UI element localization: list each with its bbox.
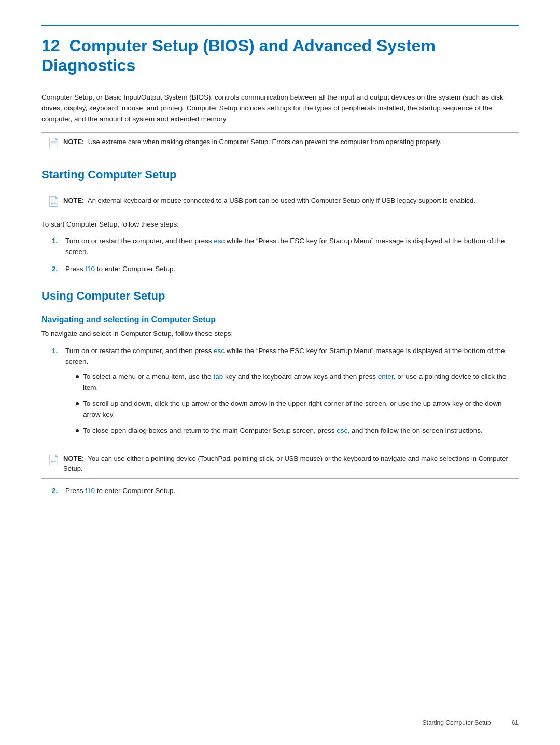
page-container: 12 Computer Setup (BIOS) and Advanced Sy…: [0, 0, 560, 544]
starting-note: 📄 NOTE: An external keyboard or mouse co…: [41, 191, 519, 212]
nav-bullet-3: To close open dialog boxes and return to…: [76, 426, 519, 437]
nav-bullet-2: To scroll up and down, click the up arro…: [76, 399, 519, 420]
starting-intro: To start Computer Setup, follow these st…: [41, 219, 519, 230]
starting-step-1: 1. Turn on or restart the computer, and …: [52, 236, 519, 258]
footer-page-number: 61: [512, 719, 519, 726]
navigating-step2-list: 2. Press f10 to enter Computer Setup.: [52, 486, 519, 497]
step-number-2: 2.: [52, 264, 61, 275]
navigating-step-1: 1. Turn on or restart the computer, and …: [52, 346, 519, 441]
footer-section-label: Starting Computer Setup: [423, 719, 491, 726]
section-using-heading: Using Computer Setup: [41, 289, 519, 305]
nav-step-content-1: Turn on or restart the computer, and the…: [65, 346, 519, 441]
key-f10-nav: f10: [85, 487, 95, 495]
note-icon: 📄: [48, 137, 59, 149]
chapter-title: 12 Computer Setup (BIOS) and Advanced Sy…: [41, 36, 519, 76]
key-tab: tab: [213, 373, 223, 381]
key-enter: enter: [378, 373, 394, 381]
nav-bullet-1: To select a menu or a menu item, use the…: [76, 372, 519, 393]
key-esc-nav: esc: [214, 347, 225, 355]
key-f10-1: f10: [85, 265, 95, 273]
bullet-dot-1: [76, 375, 79, 378]
nav-step-number-1: 1.: [52, 346, 61, 357]
bullet-dot-2: [76, 402, 79, 405]
step-content-1: Turn on or restart the computer, and the…: [65, 236, 519, 258]
top-rule: [41, 25, 519, 26]
starting-step-2: 2. Press f10 to enter Computer Setup.: [52, 264, 519, 275]
nav-bullet-list: To select a menu or a menu item, use the…: [76, 372, 519, 437]
nav-step-number-2: 2.: [52, 486, 61, 497]
navigating-note-text: NOTE: You can use either a pointing devi…: [63, 454, 512, 474]
starting-note-text: NOTE: An external keyboard or mouse conn…: [63, 195, 475, 206]
nav-bullet-2-text: To scroll up and down, click the up arro…: [83, 399, 519, 420]
intro-paragraph: Computer Setup, or Basic Input/Output Sy…: [41, 92, 519, 125]
note-icon-starting: 📄: [48, 196, 59, 207]
starting-steps-list: 1. Turn on or restart the computer, and …: [52, 236, 519, 275]
nav-bullet-1-text: To select a menu or a menu item, use the…: [83, 372, 519, 393]
bullet-dot-3: [76, 429, 79, 432]
step-content-2: Press f10 to enter Computer Setup.: [65, 264, 519, 275]
navigating-note: 📄 NOTE: You can use either a pointing de…: [41, 449, 519, 479]
key-esc-1: esc: [214, 237, 225, 245]
intro-note: 📄 NOTE: Use extreme care when making cha…: [41, 132, 519, 153]
step-number-1: 1.: [52, 236, 61, 247]
nav-step-content-2: Press f10 to enter Computer Setup.: [65, 486, 519, 497]
key-esc-close: esc: [337, 427, 347, 434]
nav-bullet-3-text: To close open dialog boxes and return to…: [83, 426, 483, 437]
page-footer: Starting Computer Setup 61: [423, 719, 519, 726]
navigating-step-2: 2. Press f10 to enter Computer Setup.: [52, 486, 519, 497]
section-starting-heading: Starting Computer Setup: [41, 168, 519, 184]
subsection-navigating-heading: Navigating and selecting in Computer Set…: [41, 315, 519, 325]
navigating-steps-list: 1. Turn on or restart the computer, and …: [52, 346, 519, 441]
navigating-intro: To navigate and select in Computer Setup…: [41, 329, 519, 340]
intro-note-text: NOTE: Use extreme care when making chang…: [63, 137, 442, 147]
note-icon-navigating: 📄: [48, 454, 59, 466]
